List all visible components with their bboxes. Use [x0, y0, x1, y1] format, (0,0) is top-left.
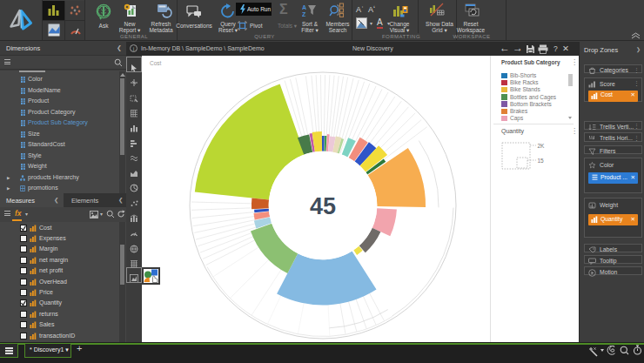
svg-text:15: 15 — [538, 158, 545, 164]
svg-text:A: A — [302, 4, 306, 10]
svg-text:45: 45 — [310, 193, 336, 219]
svg-text:Z: Z — [302, 11, 306, 17]
svg-text:2K: 2K — [538, 143, 546, 149]
